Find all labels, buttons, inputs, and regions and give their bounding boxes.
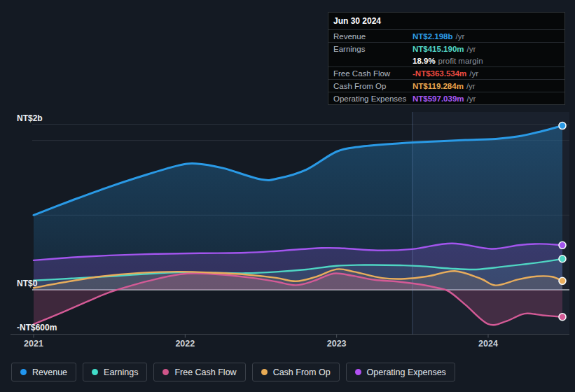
earnings-dot-icon bbox=[92, 369, 98, 375]
tooltip-label: Revenue bbox=[333, 32, 413, 41]
tooltip-label: Earnings bbox=[333, 45, 413, 53]
tooltip-label: Operating Expenses bbox=[333, 94, 413, 103]
earnings-endpoint-marker bbox=[559, 255, 566, 262]
revenue-endpoint-marker bbox=[559, 122, 566, 130]
x-axis-label: 2023 bbox=[327, 339, 347, 349]
legend-label: Free Cash Flow bbox=[174, 368, 236, 377]
tooltip-suffix: /yr bbox=[467, 94, 476, 103]
legend-item-earnings[interactable]: Earnings bbox=[83, 363, 147, 382]
legend-label: Cash From Op bbox=[273, 368, 331, 377]
x-axis-label: 2022 bbox=[175, 339, 195, 349]
tooltip-value: NT$2.198b bbox=[413, 32, 453, 41]
tooltip-row-earnings: Earnings NT$415.190m /yr bbox=[328, 42, 564, 55]
tooltip-row-cash-from-op: Cash From Op NT$119.284m /yr bbox=[328, 79, 564, 92]
tooltip-date: Jun 30 2024 bbox=[328, 13, 564, 30]
legend-label: Earnings bbox=[104, 368, 138, 377]
cash-from-op-dot-icon bbox=[261, 369, 268, 375]
operating-expenses-dot-icon bbox=[355, 369, 361, 375]
tooltip-value: NT$597.039m bbox=[413, 94, 464, 103]
free-cash-flow-endpoint-marker bbox=[559, 314, 566, 321]
legend-label: Operating Expenses bbox=[367, 368, 446, 377]
legend-label: Revenue bbox=[32, 368, 67, 377]
tooltip-row-revenue: Revenue NT$2.198b /yr bbox=[328, 30, 564, 42]
x-axis-label: 2024 bbox=[478, 339, 498, 349]
chart-legend: Revenue Earnings Free Cash Flow Cash Fro… bbox=[11, 363, 455, 382]
tooltip-value: -NT$363.534m bbox=[413, 69, 466, 78]
tooltip-row-free-cash-flow: Free Cash Flow -NT$363.534m /yr bbox=[328, 66, 564, 79]
chart-tooltip: Jun 30 2024 Revenue NT$2.198b /yr Earnin… bbox=[328, 12, 565, 105]
tooltip-value: NT$415.190m bbox=[413, 45, 464, 53]
y-axis-label: -NT$600m bbox=[17, 323, 57, 332]
legend-item-revenue[interactable]: Revenue bbox=[11, 363, 76, 382]
tooltip-value: 18.9% bbox=[413, 57, 436, 65]
y-axis-label: NT$0 bbox=[17, 279, 38, 288]
legend-item-operating-expenses[interactable]: Operating Expenses bbox=[346, 363, 455, 382]
free-cash-flow-dot-icon bbox=[162, 369, 169, 375]
x-axis-label: 2021 bbox=[24, 339, 43, 349]
legend-item-free-cash-flow[interactable]: Free Cash Flow bbox=[153, 363, 245, 382]
tooltip-suffix: /yr bbox=[469, 69, 478, 78]
cash-from-op-endpoint-marker bbox=[559, 277, 566, 284]
tooltip-row-operating-expenses: Operating Expenses NT$597.039m /yr bbox=[328, 92, 564, 104]
revenue-dot-icon bbox=[20, 369, 27, 375]
tooltip-label: Cash From Op bbox=[333, 82, 413, 90]
financial-history-chart: 2021202220232024NT$2bNT$0-NT$600m Jun 30… bbox=[0, 0, 575, 392]
legend-item-cash-from-op[interactable]: Cash From Op bbox=[252, 363, 340, 382]
tooltip-label: Free Cash Flow bbox=[333, 69, 413, 78]
y-axis-label: NT$2b bbox=[17, 113, 43, 123]
tooltip-suffix: profit margin bbox=[438, 57, 483, 65]
tooltip-suffix: /yr bbox=[466, 82, 476, 90]
tooltip-suffix: /yr bbox=[467, 45, 476, 53]
tooltip-row-profit-margin: 18.9% profit margin bbox=[328, 55, 564, 66]
operating-expenses-endpoint-marker bbox=[559, 241, 566, 248]
tooltip-suffix: /yr bbox=[456, 32, 465, 41]
tooltip-value: NT$119.284m bbox=[413, 82, 464, 90]
